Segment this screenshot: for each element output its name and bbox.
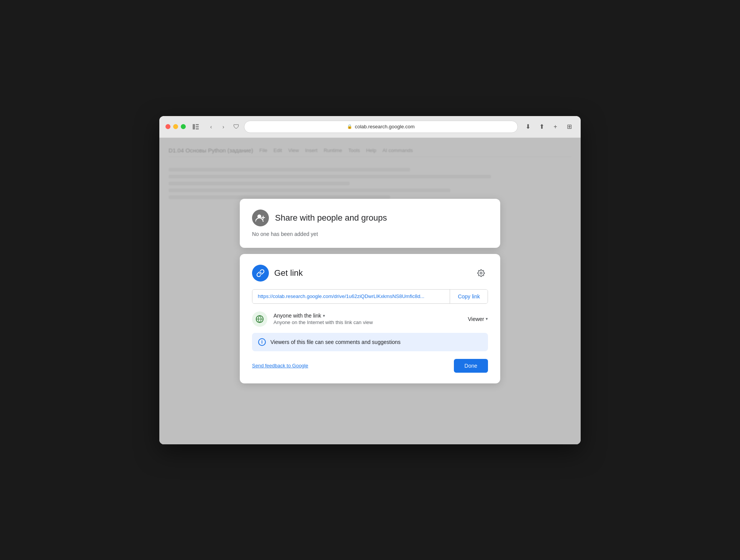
sidebar-toggle-button[interactable] [190,121,201,132]
permission-name: Anyone with the link [273,313,321,319]
share-subtitle: No one has been added yet [252,231,488,237]
link-avatar [252,265,269,282]
viewer-role-label: Viewer [468,316,484,322]
browser-titlebar: ‹ › 🛡 🔒 colab.research.google.com ⬇ ⬆ + … [159,116,581,138]
share-title: Share with people and groups [275,213,387,223]
card-footer: Send feedback to Google Done [252,359,488,373]
permission-title: Anyone with the link ▾ [273,313,462,319]
browser-nav: ‹ › [206,121,229,132]
link-url[interactable]: https://colab.research.google.com/drive/… [252,290,450,303]
lock-icon: 🔒 [347,124,352,129]
get-link-card: Get link https://colab.research.google.c… [240,254,500,383]
info-text: Viewers of this file can see comments an… [270,339,401,345]
modal-container: Share with people and groups No one has … [240,199,500,383]
share-avatar [252,210,269,226]
info-banner: i Viewers of this file can see comments … [252,333,488,351]
browser-window: ‹ › 🛡 🔒 colab.research.google.com ⬇ ⬆ + … [159,116,581,444]
svg-rect-2 [196,126,199,127]
svg-rect-3 [196,128,199,129]
viewer-dropdown-arrow: ▾ [486,316,488,321]
minimize-button[interactable] [173,124,178,129]
svg-rect-0 [193,124,195,129]
grid-button[interactable]: ⊞ [564,121,575,132]
permission-info: Anyone with the link ▾ Anyone on the Int… [273,313,462,325]
viewer-dropdown[interactable]: Viewer ▾ [468,316,488,322]
address-bar[interactable]: 🔒 colab.research.google.com [244,121,518,133]
get-link-title: Get link [274,268,303,278]
feedback-link[interactable]: Send feedback to Google [252,363,308,368]
gear-icon [477,269,485,277]
get-link-header: Get link [252,265,488,282]
share-browser-button[interactable]: ⬆ [536,121,547,132]
permission-desc: Anyone on the Internet with this link ca… [273,319,462,325]
globe-icon [252,311,267,327]
forward-button[interactable]: › [218,121,229,132]
modal-overlay: Share with people and groups No one has … [159,138,581,444]
share-header: Share with people and groups [252,210,488,226]
permission-row: Anyone with the link ▾ Anyone on the Int… [252,311,488,327]
back-button[interactable]: ‹ [206,121,216,132]
traffic-lights [165,124,186,129]
permission-dropdown-arrow[interactable]: ▾ [323,313,325,318]
info-icon: i [258,338,266,346]
close-button[interactable] [165,124,170,129]
get-link-title-row: Get link [252,265,303,282]
svg-rect-1 [196,124,199,125]
new-tab-button[interactable]: + [550,121,561,132]
download-button[interactable]: ⬇ [522,121,533,132]
page-content: D1.04 Основы Python (задание) File Edit … [159,138,581,444]
browser-actions: ⬇ ⬆ + ⊞ [522,121,575,132]
link-row[interactable]: https://colab.research.google.com/drive/… [252,289,488,304]
shield-icon: 🛡 [233,123,239,130]
copy-link-button[interactable]: Copy link [450,290,488,303]
settings-button[interactable] [474,266,488,280]
share-people-card: Share with people and groups No one has … [240,199,500,248]
svg-point-7 [480,272,482,274]
url-text: colab.research.google.com [355,124,414,129]
done-button[interactable]: Done [454,359,488,373]
fullscreen-button[interactable] [181,124,186,129]
